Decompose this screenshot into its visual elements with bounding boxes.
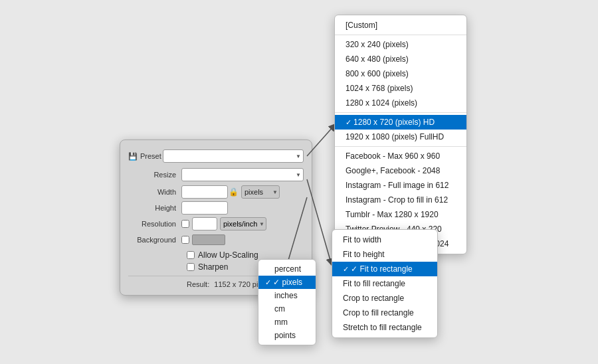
unit-select[interactable]: pixels: [241, 185, 280, 199]
unit-dropdown-item[interactable]: inches: [258, 289, 316, 302]
preset-label: 💾 Preset: [128, 152, 163, 161]
unit-dropdown-item[interactable]: ✓ pixels: [258, 276, 316, 289]
resize-input[interactable]: Fit to rectangle: [181, 168, 304, 181]
resize-dropdown-item[interactable]: Fit to width: [332, 232, 437, 247]
preset-row: 💾 Preset 1280 x 720 (pixels) HD: [128, 149, 304, 163]
dropdown-divider: [335, 35, 466, 35]
resolution-checkbox[interactable]: [181, 220, 189, 228]
width-label: Width: [128, 188, 181, 196]
height-label: Height: [128, 204, 181, 212]
unit-dropdown: percent✓ pixelsinchescmmmpoints: [258, 259, 316, 345]
width-input[interactable]: 1280: [181, 185, 228, 199]
background-color-swatch[interactable]: [192, 234, 225, 245]
unit-dropdown-item[interactable]: cm: [258, 302, 316, 316]
resize-dropdown-item[interactable]: Fit to fill rectangle: [332, 276, 437, 291]
preset-dropdown-item[interactable]: 640 x 480 (pixels): [335, 52, 466, 66]
preset-dropdown-item[interactable]: 1280 x 1024 (pixels): [335, 96, 466, 110]
preset-dropdown-item[interactable]: 1024 x 768 (pixels): [335, 81, 466, 96]
resize-label: Resize: [128, 171, 181, 179]
disk-icon: 💾: [128, 152, 138, 161]
background-row: Background: [128, 234, 304, 245]
preset-dropdown-item[interactable]: Tumblr - Max 1280 x 1920: [335, 207, 466, 222]
resolution-row: Resolution 72 pixels/inch: [128, 217, 304, 230]
preset-dropdown-item[interactable]: Instagram - Crop to fill in 612: [335, 193, 466, 207]
preset-dropdown-item[interactable]: 800 x 600 (pixels): [335, 66, 466, 81]
width-row: Width 1280 🔒 pixels: [128, 185, 304, 199]
upscaling-row: Allow Up-Scaling: [128, 250, 304, 260]
resolution-input[interactable]: 72: [192, 217, 217, 230]
result-label: Result:: [187, 280, 209, 288]
preset-input[interactable]: 1280 x 720 (pixels) HD: [163, 149, 304, 163]
height-row: Height 720: [128, 201, 304, 215]
background-checkbox[interactable]: [181, 236, 189, 244]
resolution-unit-select[interactable]: pixels/inch: [220, 217, 266, 230]
upscaling-checkbox[interactable]: [187, 251, 195, 259]
preset-dropdown-item[interactable]: Google+, Facebook - 2048: [335, 163, 466, 178]
height-input[interactable]: 720: [181, 201, 228, 215]
preset-dropdown-item[interactable]: Instagram - Full image in 612: [335, 178, 466, 193]
resize-dropdown-item[interactable]: ✓ Fit to rectangle: [332, 262, 437, 276]
resize-row: Resize Fit to rectangle: [128, 168, 304, 181]
preset-dropdown-item[interactable]: [Custom]: [335, 18, 466, 33]
upscaling-label: Allow Up-Scaling: [198, 250, 258, 260]
resolution-label: Resolution: [128, 220, 181, 228]
sharpen-checkbox[interactable]: [187, 263, 195, 271]
unit-dropdown-item[interactable]: mm: [258, 316, 316, 329]
preset-dropdown-item[interactable]: Facebook - Max 960 x 960: [335, 149, 466, 163]
preset-dropdown-item[interactable]: 1280 x 720 (pixels) HD: [335, 115, 466, 130]
resize-dropdown-item[interactable]: Fit to height: [332, 247, 437, 262]
preset-dropdown-item[interactable]: 1920 x 1080 (pixels) FullHD: [335, 130, 466, 144]
background-label: Background: [128, 236, 181, 244]
lock-icon: 🔒: [228, 187, 239, 197]
resize-dropdown-item[interactable]: Stretch to fill rectangle: [332, 320, 437, 335]
sharpen-label: Sharpen: [198, 262, 228, 272]
preset-dropdown-item[interactable]: 320 x 240 (pixels): [335, 37, 466, 52]
resize-dropdown-item[interactable]: Crop to rectangle: [332, 291, 437, 306]
unit-dropdown-item[interactable]: points: [258, 329, 316, 342]
resize-dropdown-item[interactable]: Crop to fill rectangle: [332, 306, 437, 320]
unit-dropdown-item[interactable]: percent: [258, 262, 316, 276]
dropdown-divider: [335, 112, 466, 113]
resize-dropdown: Fit to widthFit to height✓ Fit to rectan…: [332, 229, 438, 338]
preset-dropdown: [Custom]320 x 240 (pixels)640 x 480 (pix…: [334, 15, 467, 254]
dropdown-divider: [335, 146, 466, 147]
